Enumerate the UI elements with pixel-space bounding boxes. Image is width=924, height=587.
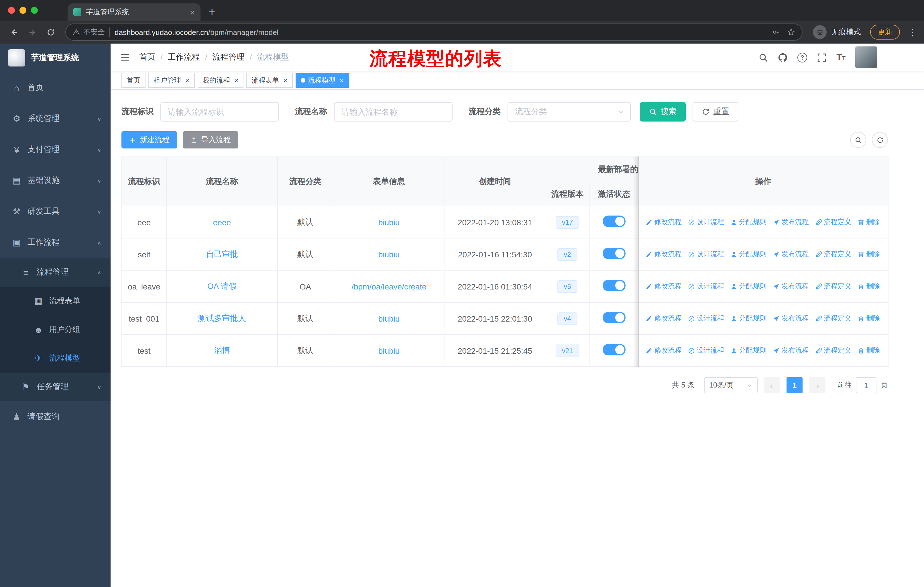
tag-close-icon[interactable]: × (340, 76, 344, 84)
view-tag[interactable]: 首页 (121, 73, 145, 88)
new-tab-button[interactable]: + (204, 4, 220, 20)
form-link[interactable]: /bpm/oa/leave/create (351, 282, 426, 291)
process-definition-link[interactable]: 流程定义 (815, 217, 851, 227)
sidebar-item-user-group[interactable]: ☻ 用户分组 (0, 315, 111, 344)
search-icon[interactable] (759, 53, 768, 62)
tag-close-icon[interactable]: × (283, 76, 287, 84)
assign-rule-link[interactable]: 分配规则 (730, 346, 766, 356)
delete-process-link[interactable]: 删除 (858, 217, 880, 227)
delete-process-link[interactable]: 删除 (858, 250, 880, 259)
bookmark-star-icon[interactable] (787, 28, 795, 36)
form-link[interactable]: biubiu (378, 314, 400, 323)
user-avatar[interactable] (855, 46, 877, 68)
publish-process-link[interactable]: 发布流程 (773, 281, 809, 291)
reload-icon[interactable] (42, 24, 58, 40)
search-button[interactable]: 搜索 (640, 102, 686, 122)
active-toggle[interactable] (602, 248, 625, 259)
goto-page-input[interactable] (856, 377, 876, 393)
browser-menu-icon[interactable]: ⋮ (907, 26, 918, 38)
password-key-icon[interactable] (772, 28, 780, 36)
sidebar-item-system-management[interactable]: ⚙ 系统管理 ∨ (0, 103, 111, 134)
sidebar-item-dev-tools[interactable]: ⚒ 研发工具 ∨ (0, 196, 111, 227)
process-name-link[interactable]: 自己审批 (206, 249, 238, 258)
toggle-search-button[interactable] (850, 132, 866, 148)
design-process-link[interactable]: 设计流程 (688, 250, 724, 259)
assign-rule-link[interactable]: 分配规则 (730, 250, 766, 259)
active-toggle[interactable] (602, 312, 625, 323)
sidebar-item-task-management[interactable]: ⚑ 任务管理 ∨ (0, 373, 111, 401)
design-process-link[interactable]: 设计流程 (688, 346, 724, 356)
process-definition-link[interactable]: 流程定义 (815, 250, 851, 259)
view-tag[interactable]: 我的流程 × (197, 73, 243, 88)
sidebar-item-infrastructure[interactable]: ▤ 基础设施 ∨ (0, 165, 111, 196)
process-name-link[interactable]: 滔博 (214, 346, 230, 355)
modify-process-link[interactable]: 修改流程 (645, 346, 682, 356)
assign-rule-link[interactable]: 分配规则 (730, 217, 766, 227)
design-process-link[interactable]: 设计流程 (688, 281, 724, 291)
delete-process-link[interactable]: 删除 (858, 314, 880, 323)
design-process-link[interactable]: 设计流程 (688, 217, 724, 227)
delete-process-link[interactable]: 删除 (858, 281, 880, 291)
page-size-select[interactable]: 10条/页 (704, 377, 758, 393)
tag-close-icon[interactable]: × (185, 76, 189, 84)
browser-update-button[interactable]: 更新 (870, 25, 900, 40)
sidebar-item-process-form[interactable]: ▦ 流程表单 (0, 287, 111, 315)
tab-close-icon[interactable]: × (190, 8, 195, 17)
back-icon[interactable] (6, 24, 22, 40)
sidebar-item-leave-query[interactable]: ♟ 请假查询 (0, 401, 111, 432)
delete-process-link[interactable]: 删除 (858, 346, 880, 356)
modify-process-link[interactable]: 修改流程 (645, 281, 682, 291)
publish-process-link[interactable]: 发布流程 (773, 250, 809, 259)
process-definition-link[interactable]: 流程定义 (815, 281, 851, 291)
process-name-input[interactable] (334, 102, 452, 122)
sidebar-item-workflow[interactable]: ▣ 工作流程 ∧ (0, 227, 111, 258)
publish-process-link[interactable]: 发布流程 (773, 217, 809, 227)
sidebar-item-payment-management[interactable]: ¥ 支付管理 ∨ (0, 134, 111, 165)
view-tag[interactable]: 流程模型 × (295, 73, 349, 88)
reset-button[interactable]: 重置 (693, 102, 738, 122)
close-window-button[interactable] (8, 7, 15, 14)
github-icon[interactable] (778, 53, 788, 62)
form-link[interactable]: biubiu (378, 250, 400, 259)
modify-process-link[interactable]: 修改流程 (645, 314, 682, 323)
breadcrumb-item[interactable]: 流程管理 (213, 52, 244, 63)
process-name-link[interactable]: 测试多审批人 (198, 313, 246, 322)
process-definition-link[interactable]: 流程定义 (815, 346, 851, 356)
process-name-link[interactable]: eeee (213, 218, 231, 227)
assign-rule-link[interactable]: 分配规则 (730, 281, 766, 291)
breadcrumb-item[interactable]: 首页 (139, 52, 155, 63)
assign-rule-link[interactable]: 分配规则 (730, 314, 766, 323)
modify-process-link[interactable]: 修改流程 (645, 217, 682, 227)
prev-page-button[interactable]: ‹ (764, 377, 780, 393)
category-select[interactable]: 流程分类 (508, 102, 631, 122)
new-process-button[interactable]: 新建流程 (121, 131, 177, 149)
fullscreen-icon[interactable] (817, 53, 827, 62)
collapse-menu-icon[interactable] (120, 52, 130, 63)
sidebar-item-process-model[interactable]: ✈ 流程模型 (0, 344, 111, 373)
next-page-button[interactable]: › (809, 377, 825, 393)
breadcrumb-item[interactable]: 工作流程 (168, 52, 200, 63)
publish-process-link[interactable]: 发布流程 (773, 314, 809, 323)
tag-close-icon[interactable]: × (234, 76, 238, 84)
current-page-button[interactable]: 1 (787, 377, 803, 393)
sidebar-item-process-management[interactable]: ≡ 流程管理 ∧ (0, 258, 111, 287)
view-tag[interactable]: 流程表单 × (246, 73, 292, 88)
process-key-input[interactable] (160, 102, 279, 122)
minimize-window-button[interactable] (20, 7, 26, 14)
view-tag[interactable]: 租户管理 × (148, 73, 195, 88)
import-process-button[interactable]: 导入流程 (183, 131, 238, 149)
process-name-link[interactable]: OA 请假 (207, 281, 237, 290)
process-definition-link[interactable]: 流程定义 (815, 314, 851, 323)
active-toggle[interactable] (602, 215, 625, 227)
url-bar[interactable]: 不安全 dashboard.yudao.iocoder.cn/bpm/manag… (65, 23, 803, 41)
form-link[interactable]: biubiu (378, 346, 400, 355)
refresh-table-button[interactable] (872, 132, 888, 148)
publish-process-link[interactable]: 发布流程 (773, 346, 809, 356)
form-link[interactable]: biubiu (378, 218, 400, 227)
active-toggle[interactable] (602, 280, 625, 291)
modify-process-link[interactable]: 修改流程 (645, 250, 682, 259)
site-security[interactable]: 不安全 (73, 27, 105, 37)
design-process-link[interactable]: 设计流程 (688, 314, 724, 323)
forward-icon[interactable] (24, 24, 40, 40)
active-toggle[interactable] (602, 344, 625, 356)
